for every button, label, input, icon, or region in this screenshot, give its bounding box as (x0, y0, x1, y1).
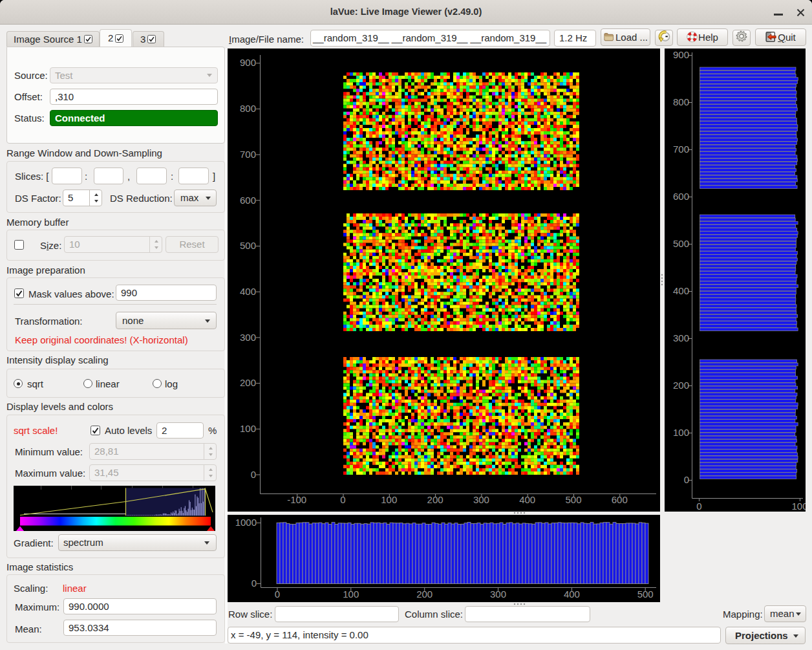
svg-text:600: 600 (240, 195, 256, 206)
svg-text:0: 0 (251, 578, 257, 589)
svg-text:100: 100 (240, 423, 256, 434)
svg-text:600: 600 (673, 191, 689, 202)
svg-text:300: 300 (240, 332, 256, 343)
svg-text:0: 0 (340, 494, 345, 505)
svg-text:700: 700 (673, 144, 689, 155)
svg-text:500: 500 (673, 238, 689, 249)
svg-text:500: 500 (565, 494, 581, 505)
svg-text:400: 400 (564, 589, 580, 600)
svg-text:300: 300 (673, 332, 689, 343)
svg-text:200: 200 (427, 494, 443, 505)
svg-text:400: 400 (240, 286, 256, 297)
svg-text:200: 200 (240, 377, 256, 388)
svg-text:500: 500 (637, 589, 654, 600)
svg-text:1000: 1000 (235, 517, 257, 528)
svg-text:300: 300 (473, 494, 489, 505)
svg-text:0: 0 (275, 589, 280, 600)
svg-text:800: 800 (240, 103, 256, 114)
svg-text:400: 400 (673, 285, 689, 296)
svg-text:200: 200 (416, 589, 433, 600)
svg-text:200: 200 (673, 380, 689, 391)
svg-text:300: 300 (490, 589, 506, 600)
svg-text:100: 100 (791, 501, 806, 512)
svg-text:0: 0 (251, 469, 256, 480)
svg-text:100: 100 (343, 589, 359, 600)
svg-text:100: 100 (381, 494, 397, 505)
svg-text:400: 400 (519, 494, 535, 505)
svg-text:100: 100 (673, 427, 689, 438)
svg-text:800: 800 (673, 96, 689, 107)
svg-text:500: 500 (240, 240, 256, 251)
svg-text:700: 700 (240, 149, 256, 160)
svg-text:0: 0 (696, 501, 701, 512)
svg-text:900: 900 (240, 57, 256, 68)
svg-text:0: 0 (684, 474, 689, 485)
svg-text:900: 900 (673, 49, 689, 60)
svg-text:-100: -100 (287, 494, 306, 505)
svg-text:600: 600 (612, 494, 628, 505)
